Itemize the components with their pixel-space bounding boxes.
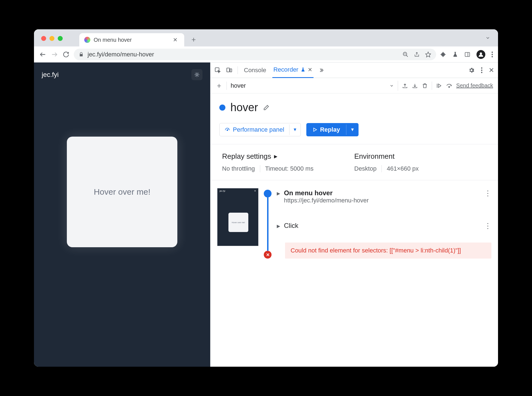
svg-marker-31 [438, 84, 441, 87]
svg-point-11 [492, 54, 493, 55]
throttling-value: No throttling [222, 165, 255, 172]
timeline-start-dot [264, 190, 272, 197]
replay-button[interactable]: Replay ▼ [306, 123, 359, 136]
reload-button[interactable] [62, 51, 70, 58]
svg-line-18 [195, 73, 196, 74]
svg-rect-24 [230, 69, 232, 72]
divider [381, 165, 382, 172]
recording-header: hover Performance panel ▼ Rep [210, 93, 498, 144]
window-controls [41, 36, 63, 41]
recording-selector[interactable]: hover [231, 81, 398, 91]
svg-line-21 [198, 73, 199, 74]
theme-toggle-button[interactable] [191, 69, 202, 80]
devtools-close-icon[interactable]: ✕ [489, 66, 494, 74]
edit-title-button[interactable] [263, 104, 270, 111]
tab-close-button[interactable]: ✕ [171, 36, 179, 44]
step-click[interactable]: ▶ Click ⋮ [277, 221, 491, 231]
svg-point-25 [481, 67, 483, 69]
expand-icon[interactable]: ▶ [277, 191, 280, 196]
performance-panel-dropdown[interactable]: ▼ [289, 124, 301, 135]
divider [260, 165, 260, 172]
forward-button[interactable] [51, 51, 58, 58]
devtools-panel: Console Recorder ✕ ✕ ＋ hover [210, 62, 498, 367]
svg-marker-6 [426, 52, 431, 57]
svg-rect-7 [465, 52, 470, 56]
svg-point-10 [492, 51, 493, 53]
close-window-button[interactable] [41, 36, 46, 41]
recording-title: hover [230, 101, 258, 114]
devtools-menu-icon[interactable] [481, 67, 483, 73]
step-title: Click [284, 222, 298, 230]
export-button[interactable] [402, 83, 408, 89]
step-url: https://jec.fyi/demo/menu-hover [284, 197, 369, 204]
back-button[interactable] [39, 51, 47, 58]
device-toolbar-icon[interactable] [226, 67, 233, 74]
page-logo: jec.fyi [42, 71, 59, 79]
svg-point-26 [481, 69, 483, 71]
step-menu-icon[interactable]: ⋮ [484, 189, 491, 198]
svg-line-20 [195, 76, 196, 77]
page-body: Hover over me! [34, 87, 210, 367]
browser-menu-icon[interactable] [491, 51, 493, 58]
svg-point-13 [196, 74, 198, 76]
settings-gear-icon[interactable] [468, 67, 475, 74]
delete-button[interactable] [422, 83, 428, 89]
new-recording-button[interactable]: ＋ [215, 81, 223, 90]
tab-recorder-close[interactable]: ✕ [308, 66, 312, 73]
share-icon[interactable] [414, 52, 420, 57]
tab-title: On menu hover [94, 37, 168, 43]
page-viewport: jec.fyi Hover over me! [34, 62, 210, 367]
import-button[interactable] [412, 83, 418, 89]
timeline: ✕ [264, 188, 272, 259]
gauge-icon [225, 127, 230, 132]
step-title: On menu hover [284, 189, 369, 197]
svg-point-27 [481, 72, 483, 73]
flask-icon[interactable] [452, 51, 458, 58]
replay-label: Replay [320, 126, 340, 133]
continue-button[interactable] [436, 83, 442, 89]
thumb-card: Hover over me! [228, 213, 248, 232]
browser-toolbar-icons [440, 50, 493, 59]
step-navigate[interactable]: ▶ On menu hover https://jec.fyi/demo/men… [277, 188, 491, 205]
sidepanel-icon[interactable] [464, 51, 470, 58]
page-header: jec.fyi [34, 62, 210, 87]
recorder-toolbar: ＋ hover Send feedback [210, 78, 498, 93]
replay-dropdown[interactable]: ▼ [346, 124, 359, 135]
hover-card[interactable]: Hover over me! [67, 137, 177, 247]
maximize-window-button[interactable] [58, 36, 63, 41]
divider [432, 82, 432, 90]
svg-rect-23 [227, 68, 230, 72]
flask-icon [301, 67, 305, 72]
divider [227, 82, 227, 90]
send-feedback-link[interactable]: Send feedback [456, 82, 493, 89]
profile-avatar[interactable] [476, 50, 485, 59]
zoom-icon[interactable] [402, 51, 409, 58]
extensions-icon[interactable] [440, 51, 446, 58]
replay-settings-row: Replay settings ▶ No throttling Timeout:… [210, 144, 498, 180]
environment-label: Environment [354, 152, 487, 161]
thumb-logo: jec.fyi [220, 190, 225, 192]
step-over-button[interactable] [446, 83, 452, 89]
favicon-icon [84, 37, 90, 43]
bookmark-star-icon[interactable] [425, 51, 431, 58]
browser-tab[interactable]: On menu hover ✕ [79, 33, 184, 46]
performance-panel-button[interactable]: Performance panel ▼ [219, 123, 301, 136]
expand-icon[interactable]: ▶ [277, 223, 280, 229]
new-tab-button[interactable]: ＋ [189, 35, 198, 44]
inspect-element-icon[interactable] [214, 67, 221, 74]
viewport-value: 461×660 px [387, 165, 419, 172]
svg-point-9 [480, 52, 482, 54]
tab-console[interactable]: Console [243, 63, 267, 78]
svg-line-19 [198, 76, 199, 77]
replay-settings-toggle[interactable]: Replay settings ▶ [222, 152, 354, 161]
browser-window: On menu hover ✕ ＋ jec.fyi/demo/menu-hove… [34, 29, 498, 367]
tab-recorder[interactable]: Recorder ✕ [272, 62, 314, 78]
device-value: Desktop [354, 165, 377, 172]
svg-line-4 [406, 55, 408, 57]
tab-list-dropdown[interactable] [485, 35, 490, 40]
minimize-window-button[interactable] [49, 36, 54, 41]
more-tabs-icon[interactable] [318, 67, 324, 73]
url-field[interactable]: jec.fyi/demo/menu-hover [74, 49, 436, 60]
step-menu-icon[interactable]: ⋮ [484, 222, 491, 230]
content-area: jec.fyi Hover over me! Console Recorder … [34, 62, 498, 367]
